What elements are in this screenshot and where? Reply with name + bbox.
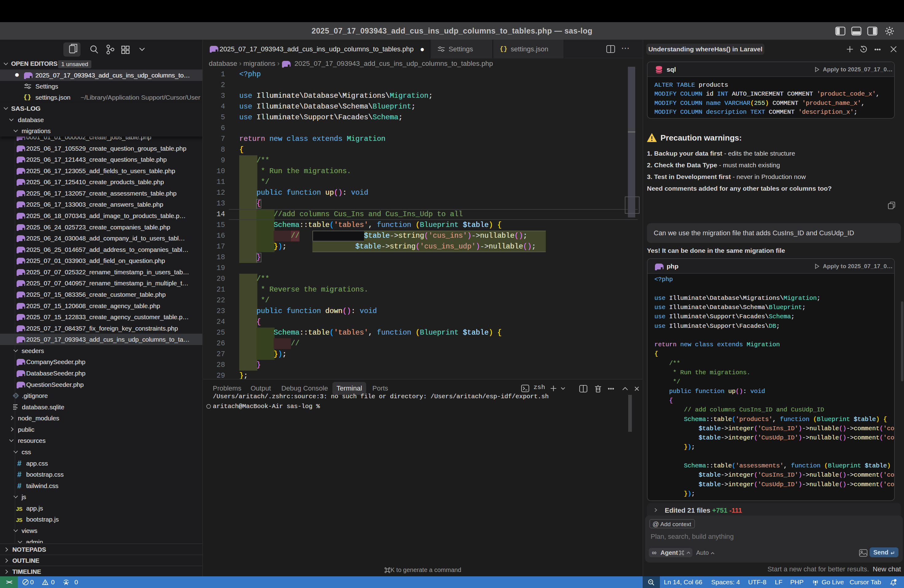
- svg-text:I: I: [681, 552, 681, 555]
